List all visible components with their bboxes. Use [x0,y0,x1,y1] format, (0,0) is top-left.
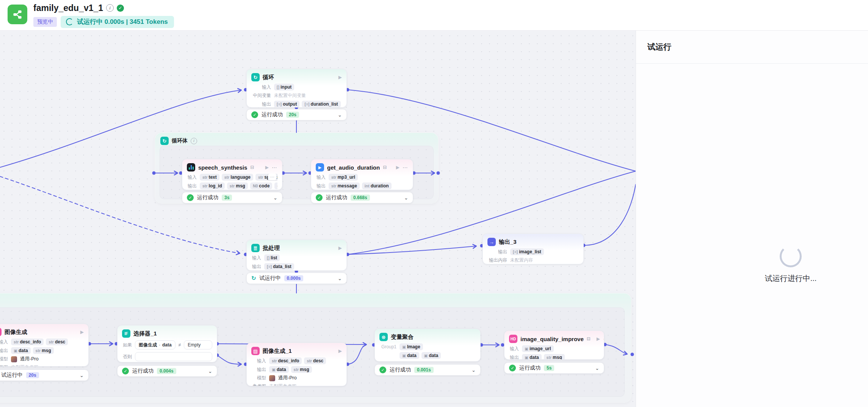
param-tag: ▣image_url [522,345,554,352]
type-str-icon: str [202,175,207,179]
loop-icon: ↻ [160,137,169,145]
hd-icon: HD [509,335,517,343]
plugin-icon: ⊟ [383,165,387,170]
param-tag: strdesc [304,357,326,364]
node-row: 输入strdesc_infostrdesc [0,338,84,345]
status-bar-image-quality-improve[interactable]: ✓运行成功5s⌄ [504,362,604,374]
param-tag: ▣data [522,354,542,360]
chevron-down-icon[interactable]: ⌄ [338,276,342,281]
loading-text: 试运行进行中... [724,273,857,284]
play-button[interactable]: ▶ [80,329,84,335]
status-bar-speech-synthesis[interactable]: ✓运行成功3s⌄ [182,192,282,203]
waveform-bars [189,165,194,170]
param-tag: strtext [200,174,219,181]
node-row: 参考图未配置参考图 [0,364,84,366]
param-tag: ▣data [269,366,289,373]
node-image-gen[interactable]: ▨图像生成▶输入strdesc_infostrdesc输出▣datastrmsg… [0,324,89,366]
node-image-gen-1[interactable]: ▨图像生成_1▶输入strdesc_infostrdesc输出▣datastrm… [246,343,347,386]
chevron-down-icon[interactable]: ⌄ [472,367,476,373]
type-img-icon: ▣ [525,355,528,360]
type-int-icon: int [365,184,370,188]
play-button[interactable]: ▶ [597,336,600,342]
container-title: 循环体 [172,137,188,144]
row-label: 输出 [187,183,197,189]
param-tag: []list [264,254,280,261]
workflow-title: family_edu_v1_1 [33,3,103,13]
param-tag: intduration [362,182,392,189]
node-row: 输入[]input [251,84,342,90]
status-text: 运行成功 [197,194,218,201]
chevron-down-icon[interactable]: ⌄ [208,368,212,374]
type-str-icon: str [307,359,312,363]
row-label: 输入 [316,174,326,181]
param-tag: strlog_id [200,182,225,189]
info-icon[interactable]: i [191,138,197,144]
more-button[interactable]: ⋯ [603,336,604,342]
row-tags: strdesc_infostrdesc [11,338,68,345]
status-time-badge: 20s [26,372,39,378]
chevron-down-icon[interactable]: ⌄ [595,365,599,371]
image-icon: ▨ [0,328,2,336]
node-get-audio-duration[interactable]: ▶get_audio_duration⊟▶⋯输入strmp3_url输出strm… [311,159,413,190]
row-value: 未配置内容 [510,257,533,264]
node-output-3[interactable]: →输出_3输出[≡]image_list输出内容未配置内容 [483,234,584,264]
node-image-quality-improve[interactable]: HDimage_quality_improve⊟▶⋯输入▣image_url输出… [504,331,604,360]
condition-left-box[interactable]: 图像生成-data [135,340,175,349]
chevron-down-icon[interactable]: ⌄ [80,373,84,378]
node-row: 输入[]list [251,254,342,261]
status-text: 试运行中 [260,275,281,282]
row-label: 输出 [487,249,507,255]
aggregate-icon: ⊗ [379,333,388,341]
row-value: 未配置中间变量 [274,92,306,99]
more-params-button[interactable]: ⋯ [268,174,277,180]
node-speech-synthesis[interactable]: speech_synthesis⊟▶⋯输入strtextstrlanguages… [182,159,282,190]
row-label: 如果 [122,342,132,348]
play-button[interactable]: ▶ [396,165,400,170]
more-button[interactable]: ⋯ [272,164,277,170]
play-button[interactable]: ▶ [338,245,342,251]
node-row: 如果图像生成-data≠Empty [122,340,212,350]
param-tag: [≡]image_list [510,248,544,255]
node-variable-aggregate[interactable]: ⊗变量聚合Group1▣Image▣data▣data [374,329,481,362]
chevron-down-icon[interactable]: ⌄ [273,195,277,201]
condition-empty-box[interactable] [135,352,212,361]
node-title: 循环 [263,74,274,81]
play-button[interactable]: ▶ [338,348,342,354]
node-title: 选择器_1 [133,330,157,337]
type-str-icon: str [331,175,336,179]
node-title-row: ↻循环▶ [247,69,346,84]
run-status-pill[interactable]: 试运行中 0.000s | 3451 Tokens [61,16,174,28]
row-label: 参考图 [0,364,8,366]
chevron-down-icon[interactable]: ⌄ [338,112,342,118]
chevron-down-icon[interactable]: ⌄ [404,195,408,201]
node-row: 模型通用-Pro [0,356,84,362]
if-icon: IF [122,329,130,338]
play-button[interactable]: ▶ [265,165,269,170]
node-title-row: IF选择器_1 [118,326,217,340]
row-tags: ▣Image [400,343,423,350]
status-bar-variable-aggregate[interactable]: ✓运行成功0.001s⌄ [374,364,481,376]
param-tag: strmsg [227,182,248,189]
status-bar-image-gen[interactable]: ↻试运行中20s⌄ [0,370,89,381]
param-tag: N0code [250,182,272,189]
status-bar-selector-1[interactable]: ✓运行成功0.004s⌄ [117,365,217,377]
node-row: 输出strmessageintduration [316,182,408,189]
node-selector-1[interactable]: IF选择器_1如果图像生成-data≠Empty否则 [117,325,217,362]
type-img-icon: ▣ [14,348,17,353]
param-tag: [≡]duration_list [302,101,340,108]
status-bar-loop[interactable]: ✓运行成功20s⌄ [246,109,347,120]
node-row: 中间变量未配置中间变量 [251,92,342,99]
type-arr-icon: [≡] [513,250,518,254]
condition-right-box[interactable]: Empty [184,340,212,349]
status-text: 运行成功 [519,365,541,371]
node-batch[interactable]: ≣批处理▶输入[]list输出[≡]data_list [246,240,347,271]
play-button[interactable]: ▶ [338,75,342,80]
status-bar-get-audio-duration[interactable]: ✓运行成功0.668s⌄ [311,192,413,203]
more-button[interactable]: ⋯ [403,164,408,170]
status-bar-batch[interactable]: ↻试运行中0.000s⌄ [246,273,347,284]
row-tags: strtextstrlanguagestrspeaker_idN0sp [200,174,277,181]
info-icon[interactable]: i [106,4,114,12]
row-label: 参考图 [251,383,266,386]
node-row: 输出▣datastrmsg [509,354,599,360]
node-loop[interactable]: ↻循环▶输入[]input中间变量未配置中间变量输出[≡]output[≡]du… [246,69,347,108]
